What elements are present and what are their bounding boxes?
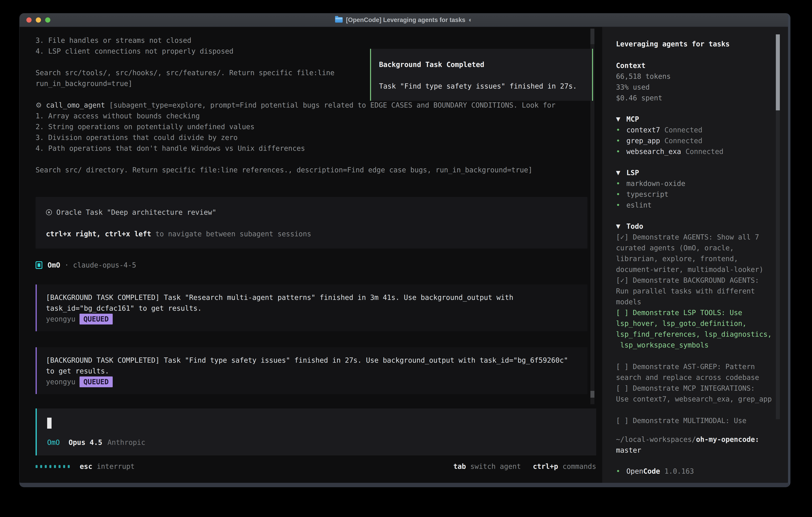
active-agent-label: OmO <box>47 437 60 448</box>
agent-model: · claude-opus-4-5 <box>64 260 136 271</box>
status-dot-icon: • <box>616 200 627 211</box>
sidebar-scrollbar-thumb[interactable] <box>776 34 780 110</box>
tool-call-item: 3. Division operations that could divide… <box>35 132 602 143</box>
context-tokens: 66,518 tokens <box>616 71 776 82</box>
tool-call-item: 4. Path operations that don't handle Win… <box>35 143 602 154</box>
status-bar: esc interrupt tab switch agent ctrl+p co… <box>35 461 596 472</box>
tool-call-item: 2. String operations on potentially unde… <box>35 121 602 132</box>
hint-text: to navigate between subagent sessions <box>151 230 311 238</box>
chat-log-panel: 3. File handles or streams not closed 4.… <box>20 27 602 483</box>
status-dot-icon: • <box>616 125 627 135</box>
main-scrollbar-thumb[interactable] <box>590 391 594 398</box>
chevron-down-icon: ▼ <box>616 167 627 178</box>
agent-session-header[interactable]: OmO · claude-opus-4-5 <box>35 260 602 271</box>
tool-call-args: [subagent_type=explore, prompt=Find pote… <box>105 101 555 109</box>
prompt-meta-row: OmO Opus 4.5 Anthropic <box>47 437 586 448</box>
status-dot-icon: • <box>616 178 627 189</box>
workspace-path: ~/local-workspaces/oh-my-opencode: maste… <box>616 434 776 456</box>
prompt-input[interactable]: OmO Opus 4.5 Anthropic <box>35 408 596 456</box>
chevron-down-icon: ▼ <box>616 221 627 232</box>
todo-item-active: [ ]Demonstrate LSP TOOLS: Use lsp_hover,… <box>616 307 776 351</box>
app-version-row: • OpenCode 1.0.163 <box>616 466 776 477</box>
checked-checkbox-icon <box>35 261 42 269</box>
sidebar-scrollbar[interactable] <box>776 34 780 446</box>
workspace-path-prefix: ~/local-workspaces/ <box>616 435 696 443</box>
titlebar: [OpenCode] Leveraging agents for tasks ◐ <box>20 13 788 27</box>
task-author: yeongyu <box>46 314 76 324</box>
interrupt-hint: esc interrupt <box>80 461 135 472</box>
tool-call-tail: Search src/ directory. Return specific f… <box>35 165 602 175</box>
window-body: 3. File handles or streams not closed 4.… <box>20 27 788 483</box>
task-meta-row: yeongyu QUEUED <box>46 377 578 387</box>
text-cursor <box>47 418 52 429</box>
keyboard-shortcut: ctrl+x right, ctrl+x left <box>46 230 151 238</box>
commands-hint: ctrl+p commands <box>533 461 596 472</box>
status-dot-icon: • <box>616 135 627 146</box>
todo-item: [ ]Demonstrate AST-GREP: Pattern search … <box>616 361 776 383</box>
chevron-down-icon: ▼ <box>616 114 627 125</box>
checkbox-empty-icon: [ ] <box>616 307 633 318</box>
todo-section-header[interactable]: ▼ Todo <box>616 221 776 232</box>
toast-notification[interactable]: Background Task Completed Task "Find typ… <box>370 49 593 101</box>
agent-name: OmO <box>48 260 60 271</box>
mcp-item: • websearch_exa Connected <box>616 146 776 157</box>
window-title-text: [OpenCode] Leveraging agents for tasks <box>346 17 465 24</box>
oracle-task-title: Oracle Task "Deep architecture review" <box>56 207 216 218</box>
sidebar: Leveraging agents for tasks Context 66,5… <box>602 27 788 483</box>
target-icon <box>46 209 52 215</box>
tool-call-item: 1. Array access without bounds checking <box>35 111 602 121</box>
mcp-item: • context7 Connected <box>616 125 776 135</box>
todo-section: ▼ Todo [✓]Demonstrate AGENTS: Show all 7… <box>616 221 776 426</box>
status-dot-icon: • <box>616 466 627 477</box>
todo-item: [ ]Demonstrate MULTIMODAL: Use <box>616 415 776 426</box>
checkbox-checked-icon: [✓] <box>616 275 633 286</box>
lsp-item: • typescript <box>616 189 776 200</box>
tab-key-label: tab <box>453 461 466 472</box>
session-title: Leveraging agents for tasks <box>616 38 776 49</box>
folder-icon <box>335 17 343 23</box>
background-task-card: [BACKGROUND TASK COMPLETED] Task "Find t… <box>35 347 587 394</box>
esc-key-label: esc <box>80 461 92 472</box>
terminal-window: [OpenCode] Leveraging agents for tasks ◐… <box>19 13 790 487</box>
provider-label: Anthropic <box>108 437 145 448</box>
context-heading: Context <box>616 60 776 71</box>
lsp-item: • eslint <box>616 200 776 211</box>
context-spent: $0.46 spent <box>616 92 776 103</box>
active-model-label: Opus 4.5 <box>68 437 102 448</box>
mcp-item: • grep_app Connected <box>616 135 776 146</box>
log-line: 3. File handles or streams not closed <box>35 35 602 46</box>
oracle-task-hint: ctrl+x right, ctrl+x left to navigate be… <box>46 228 577 239</box>
app-version: 1.0.163 <box>665 466 694 477</box>
context-used: 33% used <box>616 82 776 92</box>
todo-item: [ ]Demonstrate MCP INTEGRATIONS: Use con… <box>616 383 776 404</box>
window-title: [OpenCode] Leveraging agents for tasks ◐ <box>20 16 788 24</box>
tool-call-line: ⚙ call_omo_agent [subagent_type=explore,… <box>35 100 602 111</box>
checkbox-empty-icon: [ ] <box>616 415 633 426</box>
status-dot-icon: • <box>616 146 627 157</box>
checkbox-empty-icon: [ ] <box>616 383 633 393</box>
tool-call-name: call_omo_agent <box>46 101 105 109</box>
toast-body: Task "Find type safety issues" finished … <box>379 81 584 91</box>
lsp-section-header[interactable]: ▼ LSP <box>616 167 776 178</box>
status-badge: QUEUED <box>80 314 113 324</box>
sidebar-scrollbar-track[interactable] <box>776 110 780 419</box>
app-name: OpenCode <box>627 466 660 477</box>
task-author: yeongyu <box>46 377 76 387</box>
ctrlp-key-label: ctrl+p <box>533 461 558 472</box>
mcp-section-header[interactable]: ▼ MCP <box>616 114 776 125</box>
mcp-section: ▼ MCP • context7 Connected • grep_app Co… <box>616 114 776 157</box>
todo-item: [✓]Demonstrate AGENTS: Show all 7 curate… <box>616 232 776 275</box>
context-section: Context 66,518 tokens 33% used $0.46 spe… <box>616 60 776 103</box>
toast-title: Background Task Completed <box>379 59 584 70</box>
gear-icon: ⚙ <box>35 101 42 109</box>
task-meta-row: yeongyu QUEUED <box>46 314 578 324</box>
todo-item: [✓]Demonstrate BACKGROUND AGENTS: Run pa… <box>616 275 776 307</box>
checkbox-checked-icon: [✓] <box>616 232 633 243</box>
lsp-section: ▼ LSP • markdown-oxide • typescript • <box>616 167 776 211</box>
status-badge: QUEUED <box>80 377 113 387</box>
screen: [OpenCode] Leveraging agents for tasks ◐… <box>0 0 812 517</box>
checkbox-empty-icon: [ ] <box>616 361 633 372</box>
workspace-repo: oh-my-opencode: <box>696 435 759 443</box>
lsp-item: • markdown-oxide <box>616 178 776 189</box>
half-circle-icon: ◐ <box>468 16 472 24</box>
